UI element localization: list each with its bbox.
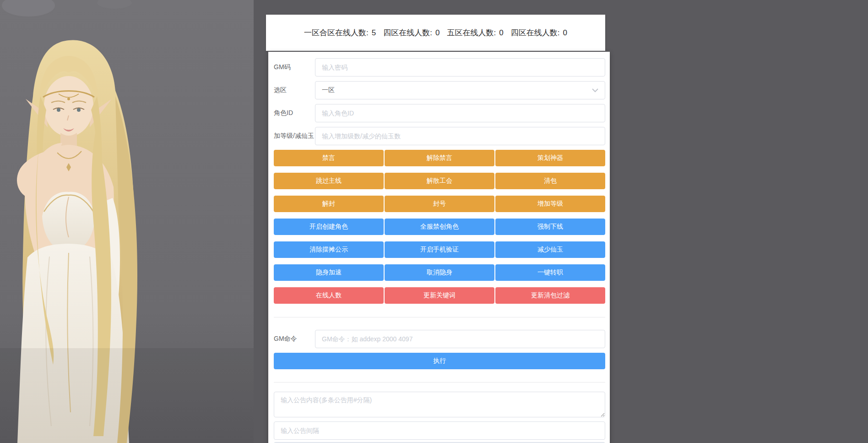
action-button-row: 清除摆摊公示 开启手机验证 减少仙玉 — [274, 241, 605, 258]
gm-code-row: GM码 — [274, 58, 605, 77]
gm-action-button[interactable]: 一键转职 — [495, 264, 605, 281]
gm-action-button[interactable]: 在线人数 — [274, 287, 384, 304]
role-id-row: 角色ID — [274, 104, 605, 122]
action-button-row: 跳过主线 解散工会 清包 — [274, 173, 605, 189]
chevron-down-icon — [592, 88, 598, 93]
stat-label: 一区合区在线人数: — [304, 27, 369, 38]
online-stat: 一区合区在线人数: 5 — [304, 27, 376, 38]
role-id-input[interactable] — [315, 104, 605, 122]
announcement-interval-input[interactable] — [274, 421, 605, 440]
gm-action-button[interactable]: 禁言 — [274, 150, 384, 166]
action-button-row: 隐身加速 取消隐身 一键转职 — [274, 264, 605, 281]
execute-button[interactable]: 执行 — [274, 353, 605, 369]
gm-action-button[interactable]: 解散工会 — [385, 173, 494, 189]
level-jade-row: 加等级/减仙玉 — [274, 127, 605, 145]
online-stat: 四区在线人数: 0 — [383, 27, 439, 38]
gm-action-button[interactable]: 解除禁言 — [385, 150, 494, 166]
gm-action-button[interactable]: 更新关键词 — [385, 287, 494, 304]
gm-action-button[interactable]: 解封 — [274, 196, 384, 212]
gm-command-input[interactable] — [315, 330, 605, 348]
action-button-row: 解封 封号 增加等级 — [274, 196, 605, 212]
field-label: GM命令 — [274, 335, 315, 343]
field-label: GM码 — [274, 63, 315, 71]
action-button-row: 禁言 解除禁言 策划神器 — [274, 150, 605, 166]
stat-label: 四区在线人数: — [511, 27, 560, 38]
zone-row: 选区 一区 — [274, 81, 605, 99]
gm-code-input[interactable] — [315, 58, 605, 77]
gm-action-button[interactable]: 更新清包过滤 — [495, 287, 605, 304]
action-button-row: 在线人数 更新关键词 更新清包过滤 — [274, 287, 605, 304]
zone-select[interactable]: 一区 — [315, 81, 605, 99]
stat-value: 0 — [499, 28, 503, 38]
gm-action-button[interactable]: 跳过主线 — [274, 173, 384, 189]
stat-value: 0 — [563, 28, 567, 38]
gm-action-button[interactable]: 封号 — [385, 196, 494, 212]
gm-action-button[interactable]: 强制下线 — [495, 219, 605, 235]
field-label: 加等级/减仙玉 — [274, 132, 315, 140]
level-jade-input[interactable] — [315, 127, 605, 145]
gm-command-row: GM命令 — [274, 330, 605, 348]
character-artwork — [0, 0, 254, 443]
divider — [274, 382, 605, 383]
divider — [274, 317, 605, 317]
online-stat: 五区在线人数: 0 — [447, 27, 504, 38]
gm-action-button[interactable]: 开启手机验证 — [385, 241, 494, 258]
stat-value: 5 — [372, 28, 376, 38]
gm-panel: GM码 选区 一区 角色ID 加等级/减仙玉 禁言 解除禁言 策划神器 跳过主线… — [268, 52, 610, 443]
gm-action-button[interactable]: 增加等级 — [495, 196, 605, 212]
announcement-content-textarea[interactable] — [274, 392, 605, 417]
stat-label: 五区在线人数: — [447, 27, 496, 38]
stat-value: 0 — [435, 28, 439, 38]
online-stat: 四区在线人数: 0 — [511, 27, 567, 38]
gm-action-button[interactable]: 减少仙玉 — [495, 241, 605, 258]
page: { "header": { "stats": [ { "label": "一区合… — [0, 0, 868, 443]
elf-character-image — [0, 0, 254, 443]
field-label: 选区 — [274, 86, 315, 94]
gm-action-button[interactable]: 取消隐身 — [385, 264, 494, 281]
stat-label: 四区在线人数: — [383, 27, 432, 38]
gm-action-button[interactable]: 清除摆摊公示 — [274, 241, 384, 258]
gm-action-button[interactable]: 清包 — [495, 173, 605, 189]
online-stats-bar: 一区合区在线人数: 5 四区在线人数: 0 五区在线人数: 0 四区在线人数: … — [266, 15, 605, 51]
gm-action-button[interactable]: 策划神器 — [495, 150, 605, 166]
gm-action-button[interactable]: 全服禁创角色 — [385, 219, 494, 235]
gm-action-button[interactable]: 隐身加速 — [274, 264, 384, 281]
field-label: 角色ID — [274, 109, 315, 117]
gm-action-button[interactable]: 开启创建角色 — [274, 219, 384, 235]
action-button-row: 开启创建角色 全服禁创角色 强制下线 — [274, 219, 605, 235]
zone-select-value: 一区 — [322, 86, 335, 94]
